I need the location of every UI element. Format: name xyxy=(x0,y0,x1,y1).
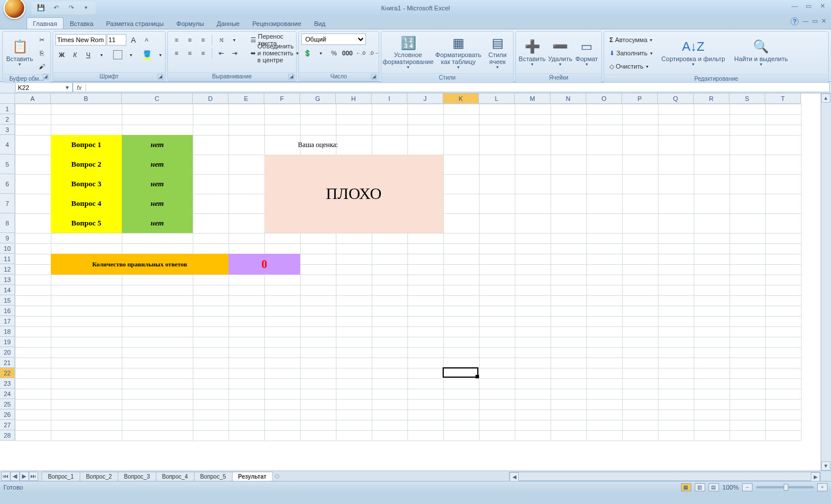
row-header-14[interactable]: 14 xyxy=(0,285,15,295)
percent-button[interactable]: % xyxy=(328,47,340,59)
underline-more-icon[interactable]: ▼ xyxy=(95,48,108,61)
col-header-H[interactable]: H xyxy=(336,93,372,104)
format-painter-button[interactable]: 🖌 xyxy=(35,60,48,73)
row-header-7[interactable]: 7 xyxy=(0,194,15,213)
row-header-19[interactable]: 19 xyxy=(0,337,15,347)
row-header-9[interactable]: 9 xyxy=(0,233,15,243)
zoom-in-button[interactable]: + xyxy=(817,483,828,491)
merge-center-button[interactable]: ⬌ Объединить и поместить в центре ▼ xyxy=(248,47,302,59)
cell-c5[interactable]: нет xyxy=(122,155,193,174)
row-header-20[interactable]: 20 xyxy=(0,347,15,358)
fill-color-button[interactable]: 🪣 xyxy=(141,48,154,61)
scroll-up-icon[interactable]: ▲ xyxy=(821,93,830,103)
align-dialog-icon[interactable]: ◢ xyxy=(289,74,294,80)
minimize-icon[interactable]: — xyxy=(789,2,800,10)
orient-more-icon[interactable]: ▼ xyxy=(228,33,241,46)
row-header-25[interactable]: 25 xyxy=(0,399,15,409)
font-dialog-icon[interactable]: ◢ xyxy=(158,74,163,80)
zoom-slider[interactable] xyxy=(756,486,814,488)
save-icon[interactable]: 💾 xyxy=(35,3,47,13)
border-button[interactable] xyxy=(111,48,124,61)
fill-more-icon[interactable]: ▼ xyxy=(154,48,167,61)
sheet-nav-next-icon[interactable]: ▶ xyxy=(20,472,29,481)
cell-b6[interactable]: Вопрос 3 xyxy=(51,174,122,194)
scroll-right-icon[interactable]: ▶ xyxy=(811,472,820,482)
row-header-13[interactable]: 13 xyxy=(0,274,15,285)
thousands-button[interactable]: 000 xyxy=(341,47,354,59)
redo-icon[interactable]: ↷ xyxy=(65,3,77,13)
number-dialog-icon[interactable]: ◢ xyxy=(371,74,377,80)
fx-icon[interactable]: fx xyxy=(73,84,86,91)
copy-button[interactable]: ⎘ xyxy=(35,47,48,59)
border-more-icon[interactable]: ▼ xyxy=(125,48,137,61)
orientation-button[interactable]: ⤭ xyxy=(215,33,227,46)
currency-button[interactable]: 💲 xyxy=(301,47,314,59)
mdi-restore-icon[interactable]: ▭ xyxy=(812,17,818,25)
cell-c7[interactable]: нет xyxy=(122,194,193,213)
sheet-tab-Вопрос_5[interactable]: Вопрос_5 xyxy=(194,472,233,481)
name-box[interactable]: ▼ xyxy=(15,82,73,92)
row-header-23[interactable]: 23 xyxy=(0,378,15,389)
grow-font-button[interactable]: A xyxy=(127,33,140,46)
new-sheet-icon[interactable]: ◇ xyxy=(275,472,279,480)
worksheet-grid[interactable]: 1234567891011121314151617181920212223242… xyxy=(0,93,831,471)
horizontal-scrollbar[interactable]: ◀ ▶ xyxy=(509,472,821,481)
fill-button[interactable]: ⬇ Заполнить ▼ xyxy=(607,47,656,59)
align-bot-button[interactable]: ≡ xyxy=(197,33,209,46)
sheet-tab-Вопрос_4[interactable]: Вопрос_4 xyxy=(156,472,194,481)
sheet-nav-prev-icon[interactable]: ◀ xyxy=(10,472,20,481)
col-header-E[interactable]: E xyxy=(229,93,264,104)
row-header-18[interactable]: 18 xyxy=(0,326,15,337)
cell-c6[interactable]: нет xyxy=(122,174,193,194)
sort-filter-button[interactable]: A↓ZСортировка и фильтр▼ xyxy=(657,33,729,72)
sheet-tab-Вопрос_1[interactable]: Вопрос_1 xyxy=(42,472,80,481)
col-header-C[interactable]: C xyxy=(122,93,193,104)
clear-button[interactable]: ◇ Очистить ▼ xyxy=(607,60,652,73)
sheet-nav-first-icon[interactable]: ⏮ xyxy=(1,472,10,481)
row-header-26[interactable]: 26 xyxy=(0,409,15,420)
select-all-corner[interactable] xyxy=(0,93,15,104)
scroll-down-icon[interactable]: ▼ xyxy=(821,461,830,471)
currency-more-icon[interactable]: ▼ xyxy=(315,47,327,59)
font-size-select[interactable] xyxy=(107,34,126,46)
cell-b8[interactable]: Вопрос 5 xyxy=(51,213,122,233)
col-header-Q[interactable]: Q xyxy=(658,93,694,104)
dec-decimal-button[interactable]: .0→ xyxy=(368,47,380,59)
row-header-5[interactable]: 5 xyxy=(0,155,15,174)
tab-insert[interactable]: Вставка xyxy=(63,17,100,29)
cell-c4[interactable]: нет xyxy=(122,135,193,155)
align-top-button[interactable]: ≡ xyxy=(170,33,183,46)
font-name-select[interactable] xyxy=(55,34,106,46)
help-icon[interactable]: ? xyxy=(791,17,799,25)
row-header-8[interactable]: 8 xyxy=(0,213,15,233)
number-format-select[interactable]: Общий xyxy=(301,33,366,45)
row-header-22[interactable]: 22 xyxy=(0,368,15,378)
cell-b5[interactable]: Вопрос 2 xyxy=(51,155,122,174)
autosum-button[interactable]: Σ Автосумма ▼ xyxy=(607,33,656,46)
col-header-I[interactable]: I xyxy=(372,93,407,104)
col-header-F[interactable]: F xyxy=(264,93,300,104)
view-pagebreak-button[interactable]: ▤ xyxy=(709,483,719,491)
row-header-17[interactable]: 17 xyxy=(0,316,15,326)
cell-rating-value[interactable]: ПЛОХО xyxy=(264,155,443,233)
col-header-K[interactable]: K xyxy=(443,93,479,104)
col-header-D[interactable]: D xyxy=(193,93,229,104)
format-button[interactable]: ▭Формат▼ xyxy=(574,33,599,72)
col-header-N[interactable]: N xyxy=(551,93,586,104)
align-left-button[interactable]: ≡ xyxy=(170,47,183,59)
col-header-M[interactable]: M xyxy=(515,93,551,104)
row-header-2[interactable]: 2 xyxy=(0,114,15,125)
mdi-close-icon[interactable]: ✕ xyxy=(821,17,826,25)
tab-home[interactable]: Главная xyxy=(27,17,63,29)
zoom-out-button[interactable]: − xyxy=(742,483,753,491)
tab-data[interactable]: Данные xyxy=(210,17,246,29)
cell-b7[interactable]: Вопрос 4 xyxy=(51,194,122,213)
conditional-format-button[interactable]: 🔢Условное форматирование▼ xyxy=(384,33,432,72)
row-header-1[interactable]: 1 xyxy=(0,104,15,114)
col-header-S[interactable]: S xyxy=(729,93,765,104)
col-header-B[interactable]: B xyxy=(51,93,122,104)
cell-b4[interactable]: Вопрос 1 xyxy=(51,135,122,155)
find-select-button[interactable]: 🔍Найти и выделить▼ xyxy=(730,33,792,72)
cell-count-label[interactable]: Количество правильных ответов xyxy=(51,254,229,274)
format-as-table-button[interactable]: ▦Форматировать как таблицу▼ xyxy=(433,33,483,72)
